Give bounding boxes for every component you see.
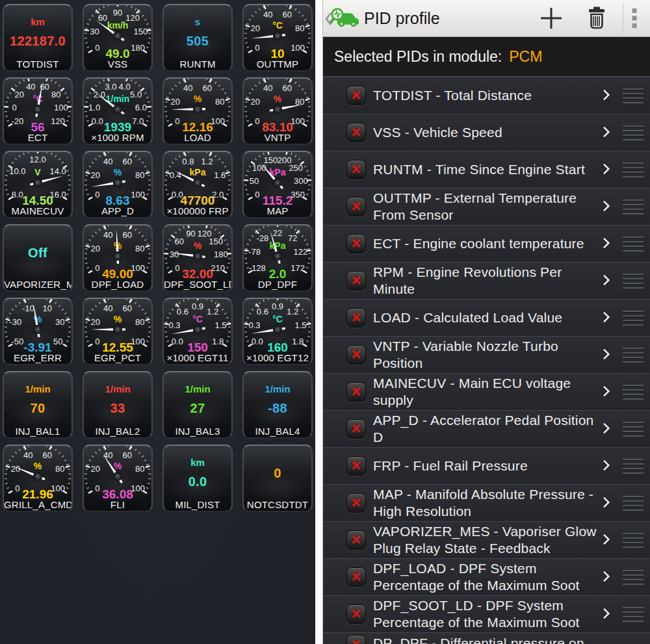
tile-dpf-soot-ld[interactable]: 0306090120150180210%32.00DPF_SOOT_LD [162,224,233,292]
tile-readout: km0.0 [164,446,231,500]
tile-inj-bal3[interactable]: 1/min27INJ_BAL3 [162,371,233,439]
drag-handle-icon[interactable] [623,200,644,214]
remove-pid-checkbox[interactable]: × [346,197,366,216]
tile-name: MIL_DIST [164,499,231,510]
pid-row[interactable]: ×ECT - Engine coolant temperature [323,225,650,262]
pid-label: OUTTMP - External Temperature From Senso… [373,190,597,224]
app-icon [330,6,359,31]
delete-profile-button[interactable] [581,3,612,34]
tile-readout: Off [4,225,72,280]
drag-handle-icon[interactable] [623,496,644,511]
tile-1000-rpm[interactable]: 0.01.02.03.04.05.06.07.01/min1939×1000 R… [83,77,153,145]
remove-pid-checkbox[interactable]: × [346,604,366,624]
gauge-value: 160 [267,341,288,354]
tile-map[interactable]: 050100150200250300350kPa115.2MAP [242,151,313,218]
tile-egr-err[interactable]: -50-30-10103050%-3.91EGR_ERR [3,298,73,365]
drag-handle-icon[interactable] [623,311,644,326]
pid-row[interactable]: ×DPF_LOAD - DPF System Percentage of the… [323,558,650,595]
svg-text:40: 40 [263,83,272,93]
drag-handle-icon[interactable] [623,533,644,548]
pid-row[interactable]: ×MAP - Manifold Absolute Pressure - High… [323,484,650,521]
pid-row[interactable]: ×RPM - Engine Revolutions Per Minute [323,262,650,299]
remove-pid-checkbox[interactable]: × [346,345,366,365]
drag-handle-icon[interactable] [623,459,644,474]
gauge-value: 21.96 [22,487,53,500]
tile-app-d[interactable]: 020406080100%8.63APP_D [83,151,153,218]
svg-text:20: 20 [251,23,260,33]
pid-row[interactable]: ×TOTDIST - Total Distance [323,77,650,114]
remove-pid-checkbox[interactable]: × [346,234,366,253]
tile-1000-egt12[interactable]: 0.00.30.60.91.21.51.8°C160×1000 EGT12 [242,298,313,365]
tile-value: 122187.0 [10,34,66,49]
tile-inj-bal4[interactable]: 1/min-88INJ_BAL4 [242,371,313,439]
pid-row[interactable]: ×FRP - Fuel Rail Pressure [323,447,650,484]
remove-pid-checkbox[interactable]: × [346,456,366,476]
drag-handle-icon[interactable] [623,125,644,140]
overflow-menu-button[interactable] [623,3,645,34]
tile-inj-bal2[interactable]: 1/min33INJ_BAL2 [83,371,153,439]
drag-handle-icon[interactable] [623,274,644,289]
tile-value: 505 [187,34,209,49]
remove-pid-checkbox[interactable]: × [346,493,366,513]
tile-vntp[interactable]: 020406080100%83.10VNTP [242,77,313,145]
tile-100000-frp[interactable]: 0.00.40.81.21.62.0kPa47700×100000 FRP [162,151,233,218]
add-pid-button[interactable] [536,3,567,34]
tile-load[interactable]: 020406080100%12.16LOAD [162,77,233,145]
remove-pid-checkbox[interactable]: × [346,160,366,179]
svg-text:0: 0 [95,337,99,346]
remove-pid-checkbox[interactable]: × [346,86,366,105]
tile-runtm[interactable]: s505RUNTM [162,4,233,71]
drag-handle-icon[interactable] [623,348,644,363]
drag-handle-icon[interactable] [623,422,644,437]
tile-grill-a-cmd[interactable]: 020406080100%21.96GRILL_A_CMD [3,444,73,512]
svg-text:20: 20 [251,97,260,107]
module-subheader: Selected PIDs in module: PCM [323,37,650,77]
gauge-value: 14.50 [22,194,53,207]
tile-mainecuv[interactable]: 8.010.012.014.016.0V14.50MAINECUV [3,151,73,218]
svg-text:20: 20 [11,464,20,474]
tile-egr-pct[interactable]: 020406080100%12.55EGR_PCT [83,298,153,365]
remove-pid-checkbox[interactable]: × [346,635,366,644]
tile-name: DP_DPF [244,279,311,290]
remove-pid-checkbox[interactable]: × [346,271,366,290]
tile-ect[interactable]: -20020406080100120°C56ECT [3,77,73,145]
remove-pid-checkbox[interactable]: × [346,308,366,328]
remove-pid-checkbox[interactable]: × [346,567,366,587]
drag-handle-icon[interactable] [623,607,644,622]
gauge-value: 83.10 [262,120,293,133]
pid-row[interactable]: ×OUTTMP - External Temperature From Sens… [323,188,650,225]
tile-vss[interactable]: 0306090120150180km/h49.0VSS [83,4,153,71]
tile-vaporizer-m[interactable]: OffVAPORIZER_M... [3,224,73,292]
drag-handle-icon[interactable] [623,385,644,400]
pid-row[interactable]: ×DPF_SOOT_LD - DPF System Percentage of … [323,595,650,632]
remove-pid-checkbox[interactable]: × [346,530,366,550]
tile-mil-dist[interactable]: km0.0MIL_DIST [162,444,233,512]
tile-name: LOAD [164,132,231,143]
remove-pid-checkbox[interactable]: × [346,419,366,439]
tile-dp-dpf[interactable]: -128-78-282272122172kPa2.0DP_DPF [242,224,313,292]
remove-pid-checkbox[interactable]: × [346,382,366,402]
drag-handle-icon[interactable] [623,88,644,103]
pid-label: APP_D - Accelerator Pedal Position D [373,412,597,446]
pid-row[interactable]: ×DP_DPF - Differential pressure on [323,632,650,644]
pid-row[interactable]: ×VAPORIZER_MES - Vaporiser Glow Plug Rel… [323,521,650,558]
pid-row[interactable]: ×APP_D - Accelerator Pedal Position D [323,410,650,447]
pid-row[interactable]: ×MAINECUV - Main ECU voltage supply [323,373,650,410]
tile-notcsdtdt[interactable]: 0NOTCSDTDT [242,444,313,512]
tile-dpf-load[interactable]: 020406080100%49.00DPF_LOAD [83,224,153,292]
tile-1000-egt11[interactable]: 0.00.30.60.91.21.51.8°C150×1000 EGT11 [162,298,233,365]
gauge-value: 1939 [104,120,131,133]
gauge-unit: % [274,94,282,104]
tile-totdist[interactable]: km122187.0TOTDIST [3,4,73,71]
tile-outtmp[interactable]: 020406080100°C10OUTTMP [242,4,313,71]
tile-inj-bal1[interactable]: 1/min70INJ_BAL1 [3,371,73,439]
remove-pid-checkbox[interactable]: × [346,123,366,142]
pid-row[interactable]: ×RUNTM - Time Since Engine Start [323,151,650,188]
drag-handle-icon[interactable] [623,237,644,251]
tile-fli[interactable]: 020406080100%36.08FLI [83,444,153,512]
pid-row[interactable]: ×LOAD - Calculated Load Value [323,299,650,336]
drag-handle-icon[interactable] [623,162,644,177]
drag-handle-icon[interactable] [623,570,644,585]
pid-row[interactable]: ×VNTP - Variable Nozzle Turbo Position [323,336,650,373]
pid-row[interactable]: ×VSS - Vehicle Speed [323,114,650,151]
